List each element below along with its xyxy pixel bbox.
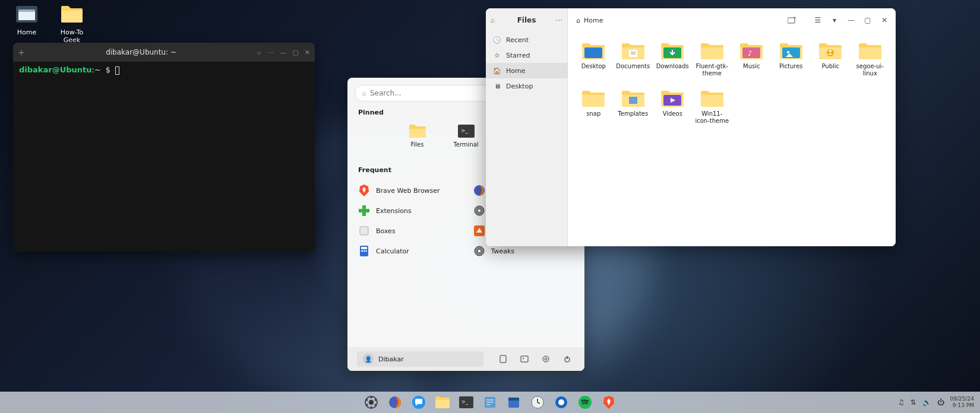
pinned-files[interactable]: Files [396, 123, 439, 155]
location-label: Home [584, 17, 603, 24]
taskbar-messages[interactable] [409, 394, 428, 411]
close-icon[interactable]: ✕ [878, 14, 891, 27]
files-toolbar: ⌂ Home + ☰ ▾ — ▢ ✕ [568, 8, 896, 32]
taskbar-terminal[interactable]: >_ [457, 394, 476, 411]
sidebar-item-desktop[interactable]: 🖥Desktop [486, 78, 567, 94]
power-tray-icon[interactable]: ⏻ [937, 398, 944, 406]
svg-point-64 [558, 399, 564, 405]
taskbar: >_ ♫ ⇅ 🔊 ⏻ 09/25/24 9:13 PM [0, 392, 980, 413]
svg-point-10 [478, 209, 481, 212]
search-icon[interactable]: ⌕ [491, 16, 495, 24]
close-icon[interactable]: ✕ [305, 49, 310, 56]
taskbar-clock[interactable] [528, 394, 547, 411]
files-window[interactable]: ⌕ Files ⋯ 🕓Recent ☆Starred 🏠Home 🖥Deskto… [486, 8, 896, 246]
desktop-icon-howtogeek[interactable]: How-To Geek [51, 4, 93, 44]
folder-icon [621, 89, 646, 108]
folder-item[interactable]: segoe-ui-linux [852, 39, 889, 80]
folder-label: Fluent-gtk-theme [695, 63, 730, 77]
power-icon[interactable] [559, 351, 575, 367]
folder-icon [581, 89, 606, 108]
frequent-label: Calculator [376, 247, 409, 255]
pinned-terminal[interactable]: >_ Terminal [445, 123, 488, 155]
folder-item[interactable]: Documents [615, 39, 652, 80]
desktop-icon-home[interactable]: Home [6, 4, 48, 36]
svg-point-48 [366, 404, 368, 406]
desktop-icon: 🖥 [493, 82, 501, 90]
taskbar-texteditor[interactable] [480, 394, 500, 411]
volume-tray-icon[interactable]: 🔊 [922, 398, 931, 406]
folder-label: Downloads [656, 63, 689, 70]
files-grid[interactable]: DesktopDocumentsDownloadsFluent-gtk-them… [568, 32, 896, 246]
search-icon[interactable]: ⌕ [257, 49, 261, 56]
minimize-icon[interactable]: — [845, 14, 858, 27]
pinned-label: Files [411, 141, 424, 148]
frequent-boxes[interactable]: Boxes [353, 221, 464, 240]
user-button[interactable]: 👤 Dibakar [357, 351, 483, 367]
location-bar[interactable]: ⌂ Home [573, 17, 782, 24]
folder-label: Music [743, 63, 760, 70]
sidebar-item-starred[interactable]: ☆Starred [486, 47, 567, 63]
folder-item[interactable]: Desktop [575, 39, 612, 80]
start-button[interactable] [362, 394, 381, 411]
svg-text:♪: ♪ [748, 49, 753, 58]
svg-point-24 [545, 358, 547, 360]
maximize-icon[interactable]: ▢ [861, 14, 874, 27]
sidebar-item-home[interactable]: 🏠Home [486, 63, 567, 78]
tray-date: 09/25/24 [950, 396, 974, 402]
frequent-brave[interactable]: Brave Web Browser [353, 181, 464, 200]
sidebar-item-label: Desktop [506, 82, 533, 90]
folder-label: Templates [618, 110, 648, 117]
new-folder-icon[interactable]: + [785, 14, 798, 27]
folder-label: Documents [616, 63, 650, 70]
appcenter-icon [473, 225, 485, 237]
sidebar-item-label: Starred [506, 52, 530, 59]
documents-shortcut-icon[interactable] [495, 351, 511, 367]
folder-label: Videos [663, 110, 682, 117]
folder-item[interactable]: Win11-icon-theme [694, 87, 731, 127]
new-tab-button[interactable]: + [18, 47, 25, 57]
chevron-down-icon[interactable]: ▾ [828, 14, 841, 27]
taskbar-firefox[interactable] [385, 394, 404, 411]
svg-rect-14 [361, 247, 367, 249]
folder-item[interactable]: Videos [654, 87, 691, 127]
folder-item[interactable]: Templates [615, 87, 652, 127]
svg-rect-40 [629, 97, 637, 104]
settings-shortcut-icon[interactable] [538, 351, 554, 367]
music-tray-icon[interactable]: ♫ [898, 398, 905, 406]
folder-item[interactable]: snap [575, 87, 612, 127]
tray-clock[interactable]: 09/25/24 9:13 PM [950, 396, 974, 409]
svg-text:>_: >_ [461, 128, 469, 134]
view-list-icon[interactable]: ☰ [811, 14, 824, 27]
folder-label: Desktop [581, 63, 606, 70]
folder-item[interactable]: Fluent-gtk-theme [694, 39, 731, 80]
terminal-body[interactable]: dibakar@Ubuntu:~ $ [13, 62, 315, 252]
menu-icon[interactable]: ⋯ [555, 16, 562, 24]
taskbar-calendar[interactable] [504, 394, 523, 411]
pinned-label: Terminal [453, 141, 478, 148]
svg-rect-17 [366, 250, 367, 252]
folder-item[interactable]: Downloads [654, 39, 691, 80]
pictures-shortcut-icon[interactable] [517, 351, 532, 367]
taskbar-files[interactable] [433, 394, 452, 411]
tray-time: 9:13 PM [950, 402, 974, 409]
frequent-label: Frequent [358, 166, 391, 174]
files-icon [409, 123, 426, 139]
folder-item[interactable]: Public [812, 39, 849, 80]
sidebar-item-recent[interactable]: 🕓Recent [486, 32, 567, 47]
frequent-extensions[interactable]: Extensions [353, 201, 464, 220]
frequent-calculator[interactable]: Calculator [353, 242, 464, 260]
terminal-title: dibakar@Ubuntu: ~ [25, 48, 258, 56]
taskbar-spotify[interactable] [576, 394, 595, 411]
network-tray-icon[interactable]: ⇅ [911, 398, 916, 406]
minimize-icon[interactable]: — [280, 49, 286, 56]
frequent-label: Extensions [376, 207, 412, 215]
svg-rect-15 [361, 250, 363, 252]
terminal-window[interactable]: + dibakar@Ubuntu: ~ ⌕ ⋯ — ▢ ✕ dibakar@Ub… [13, 43, 315, 252]
terminal-cursor [115, 66, 119, 75]
taskbar-browser[interactable] [552, 394, 571, 411]
maximize-icon[interactable]: ▢ [292, 49, 298, 56]
taskbar-brave[interactable] [599, 394, 618, 411]
menu-icon[interactable]: ⋯ [267, 49, 274, 56]
folder-item[interactable]: ♪Music [733, 39, 770, 80]
folder-item[interactable]: Pictures [773, 39, 810, 80]
